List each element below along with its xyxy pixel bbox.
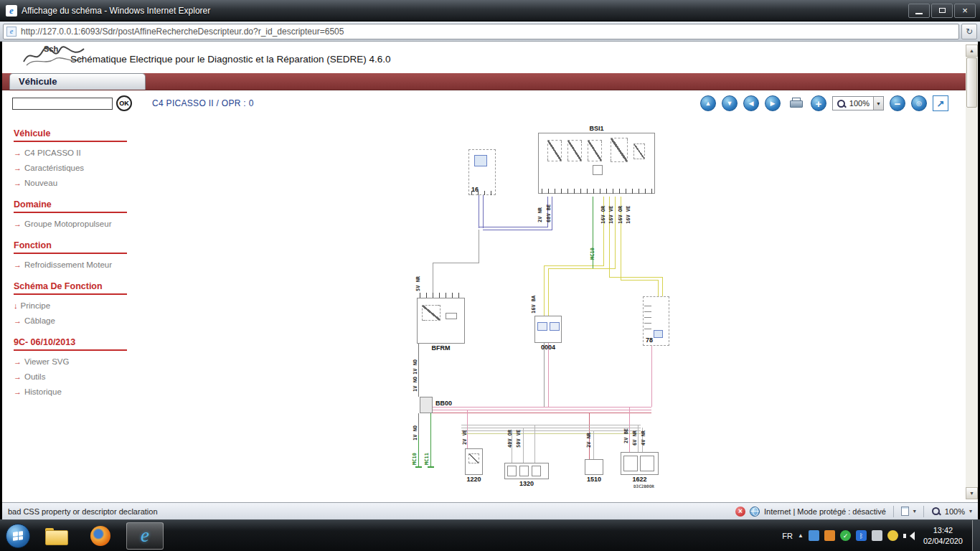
zoom-out-button[interactable]: − xyxy=(890,95,905,111)
refresh-button[interactable]: ↻ xyxy=(961,24,977,39)
tray-display-icon[interactable] xyxy=(809,530,819,541)
language-indicator[interactable]: FR xyxy=(782,532,793,540)
status-bar: bad CSS property or descriptor declarati… xyxy=(2,502,978,519)
wire-label: 2V NR xyxy=(586,433,592,448)
page-view-caret[interactable]: ▾ xyxy=(913,508,916,514)
title-bar: e Affichage du schéma - Windows Internet… xyxy=(0,0,980,22)
zoom-dropdown-caret[interactable]: ▼ xyxy=(873,97,883,110)
diagram-part xyxy=(507,466,517,476)
tray-time: 13:42 xyxy=(923,525,963,536)
tray-update-icon[interactable] xyxy=(872,530,882,541)
zoom-select[interactable]: 100% ▼ xyxy=(832,96,884,110)
tray-tv-icon[interactable] xyxy=(824,530,835,541)
tray-antivirus-icon[interactable]: ✓ xyxy=(840,530,851,541)
diagram-part xyxy=(644,301,651,329)
wire xyxy=(548,343,549,407)
tray-date: 02/04/2020 xyxy=(923,536,963,547)
tray-expand-icon[interactable]: ▲ xyxy=(798,532,804,539)
section-divider xyxy=(14,253,127,254)
component-1510[interactable]: 1510 xyxy=(585,459,603,475)
sidebar-item-c-blage[interactable]: →Câblage xyxy=(14,316,131,325)
sidebar-item-label: Viewer SVG xyxy=(24,357,69,366)
fit-view-button[interactable]: ◎ xyxy=(911,95,927,111)
sidebar-item-viewer-svg[interactable]: →Viewer SVG xyxy=(14,357,131,366)
diagram-part xyxy=(420,293,461,298)
tray-bluetooth-icon[interactable]: ᛒ xyxy=(856,530,867,541)
item-arrow-icon: → xyxy=(14,357,22,366)
status-magnifier-icon xyxy=(931,507,941,516)
wire-label: 16V VE xyxy=(608,206,614,224)
start-button[interactable] xyxy=(6,524,30,548)
windows-logo-icon xyxy=(13,531,23,540)
volume-icon[interactable] xyxy=(903,531,914,541)
wire xyxy=(428,466,434,468)
scrollbar-thumb[interactable] xyxy=(966,57,977,108)
component-label: 78 xyxy=(646,336,653,344)
nav-up-button[interactable]: ▲ xyxy=(700,95,716,111)
sidebar-item-label: Caractéristiques xyxy=(24,164,84,172)
status-zoom-level: 100% xyxy=(945,507,965,516)
wire xyxy=(461,433,641,434)
diagram-part xyxy=(471,191,493,195)
maximize-button[interactable] xyxy=(931,4,953,18)
wire xyxy=(609,277,663,278)
nav-down-button[interactable]: ▼ xyxy=(722,95,738,111)
search-input[interactable] xyxy=(12,98,113,110)
sidebar-item-label: Câblage xyxy=(24,316,55,325)
scroll-up-button[interactable]: ▲ xyxy=(966,44,978,57)
status-separator xyxy=(923,506,924,517)
sidebar-item-historique[interactable]: →Historique xyxy=(14,387,131,396)
sidebar-item-groupe-motopropulseur[interactable]: →Groupe Motopropulseur xyxy=(14,220,131,228)
sidebar-section-title: Schéma De Fonction xyxy=(14,281,131,291)
diagram-part xyxy=(623,456,638,471)
component-label: 1220 xyxy=(466,476,481,483)
taskbar-firefox-button[interactable] xyxy=(82,522,119,550)
close-button[interactable]: × xyxy=(954,4,976,18)
wire xyxy=(483,195,484,228)
address-input[interactable]: e http://127.0.0.1:6093/Sdr/postAffineRe… xyxy=(3,24,959,39)
wire xyxy=(479,195,479,228)
wire xyxy=(534,425,535,463)
wire xyxy=(523,428,524,463)
diagram-part xyxy=(640,456,654,471)
zoom-in-button[interactable]: + xyxy=(811,95,826,111)
tray-notification-icon[interactable] xyxy=(887,530,898,541)
component-label: 1320 xyxy=(519,480,534,487)
wire xyxy=(415,466,422,468)
minimize-button[interactable] xyxy=(908,4,930,18)
page-view-icon[interactable] xyxy=(901,507,909,516)
sidebar-item-refroidissement-moteur[interactable]: →Refroidissement Moteur xyxy=(14,260,131,269)
wire-label: 2V BE xyxy=(623,428,629,443)
clock[interactable]: 13:42 02/04/2020 xyxy=(923,525,963,547)
diagram-part xyxy=(468,453,479,463)
open-external-button[interactable]: ↗ xyxy=(933,95,948,111)
diagram-part xyxy=(588,140,602,161)
wire xyxy=(544,265,604,266)
ok-button[interactable]: OK xyxy=(116,95,132,111)
vertical-scrollbar[interactable]: ▲ ▼ xyxy=(966,44,978,499)
taskbar-ie-button[interactable]: e xyxy=(126,522,164,550)
sidebar-item-principe[interactable]: ↓Principe xyxy=(14,301,131,310)
scroll-down-button[interactable]: ▼ xyxy=(966,487,978,499)
script-error-icon[interactable]: × xyxy=(735,507,745,517)
component-label: 0004 xyxy=(541,344,555,351)
show-desktop-button[interactable] xyxy=(972,520,980,551)
component-bb00[interactable]: BB00 xyxy=(420,397,433,413)
address-bar-row: e http://127.0.0.1:6093/Sdr/postAffineRe… xyxy=(0,22,980,42)
sidebar-item-caract-ristiques[interactable]: →Caractéristiques xyxy=(14,164,131,172)
nav-right-button[interactable]: ▶ xyxy=(765,95,781,111)
sidebar-item-outils[interactable]: →Outils xyxy=(14,372,131,381)
tab-vehicule[interactable]: Véhicule xyxy=(9,73,146,90)
diagram-part xyxy=(611,138,628,162)
wire xyxy=(651,346,652,407)
sidebar-item-nouveau[interactable]: →Nouveau xyxy=(14,179,131,187)
status-zoom-caret[interactable]: ▾ xyxy=(969,508,972,514)
wire xyxy=(615,197,616,268)
status-message: bad CSS property or descriptor declarati… xyxy=(8,507,735,516)
item-arrow-icon: → xyxy=(14,149,22,157)
windows-taskbar: e FR ▲ ✓ ᛒ 13:42 02/04/2020 xyxy=(0,519,980,551)
nav-left-button[interactable]: ◀ xyxy=(743,95,759,111)
sidebar-item-c4-picasso-ii[interactable]: →C4 PICASSO II xyxy=(14,149,131,157)
print-button[interactable] xyxy=(786,95,805,111)
taskbar-explorer-button[interactable] xyxy=(37,522,75,550)
